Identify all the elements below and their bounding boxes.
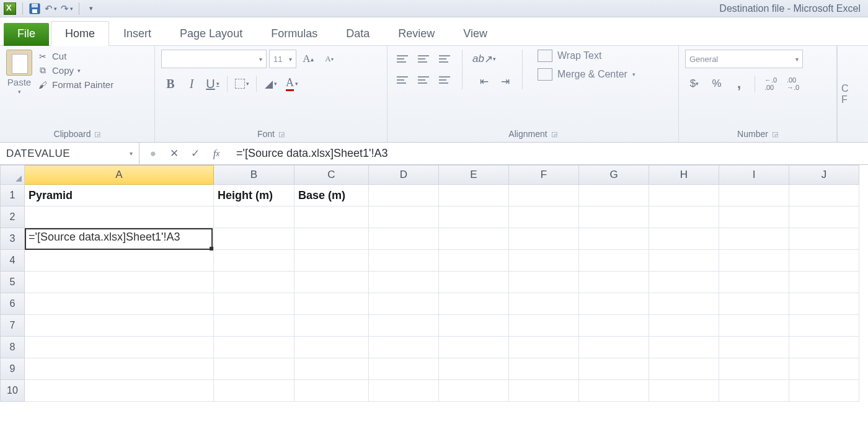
cell-H9[interactable] (649, 358, 719, 380)
active-cell-editor[interactable]: ='[Source data.xlsx]Sheet1'!A3 (25, 228, 213, 250)
cell-C9[interactable] (294, 358, 369, 380)
cell-E9[interactable] (439, 358, 509, 380)
cell-C7[interactable] (294, 315, 369, 337)
cell-E4[interactable] (439, 250, 509, 272)
cell-D1[interactable] (369, 185, 439, 206)
cell-I4[interactable] (719, 250, 789, 272)
cell-A9[interactable] (25, 358, 214, 380)
cell-I7[interactable] (719, 315, 789, 337)
cell-H7[interactable] (649, 315, 719, 337)
col-header-C[interactable]: C (294, 165, 369, 185)
cell-J4[interactable] (789, 250, 859, 272)
col-header-I[interactable]: I (719, 165, 789, 185)
cell-H2[interactable] (649, 206, 719, 228)
font-size-combo[interactable]: 11▾ (269, 50, 296, 68)
cell-I9[interactable] (719, 358, 789, 380)
cell-D7[interactable] (369, 315, 439, 337)
cell-A2[interactable] (25, 206, 214, 228)
cell-G8[interactable] (579, 337, 649, 358)
cell-D2[interactable] (369, 206, 439, 228)
cell-E7[interactable] (439, 315, 509, 337)
align-middle-icon[interactable] (415, 50, 433, 68)
merge-center-button[interactable]: Merge & Center ▾ (538, 68, 636, 81)
underline-button[interactable]: U▾ (203, 74, 222, 93)
cell-G3[interactable] (579, 228, 649, 250)
cell-H6[interactable] (649, 293, 719, 315)
cell-D6[interactable] (369, 293, 439, 315)
bold-button[interactable]: B (161, 74, 180, 93)
cell-B6[interactable] (214, 293, 294, 315)
copy-button[interactable]: ⧉Copy ▾ (37, 65, 113, 76)
cell-F9[interactable] (509, 358, 579, 380)
comma-format-icon[interactable]: , (730, 74, 748, 93)
enter-formula-icon[interactable]: ✓ (185, 144, 205, 163)
tab-view[interactable]: View (449, 21, 502, 46)
align-right-icon[interactable] (436, 71, 454, 89)
col-header-E[interactable]: E (439, 165, 509, 185)
select-all-corner[interactable] (0, 165, 25, 185)
increase-indent-icon[interactable]: ⇥ (496, 72, 515, 91)
cell-B3[interactable] (214, 228, 294, 250)
row-header-10[interactable]: 10 (0, 380, 25, 402)
cell-E8[interactable] (439, 337, 509, 358)
cell-A10[interactable] (25, 380, 214, 402)
cell-F7[interactable] (509, 315, 579, 337)
row-header-2[interactable]: 2 (0, 206, 25, 228)
row-header-3[interactable]: 3 (0, 228, 25, 250)
cut-button[interactable]: ✂Cut (37, 51, 113, 61)
cell-H8[interactable] (649, 337, 719, 358)
cell-C3[interactable] (294, 228, 369, 250)
cell-A1[interactable]: Pyramid (25, 185, 214, 206)
cell-J10[interactable] (789, 380, 859, 402)
cell-D3[interactable] (369, 228, 439, 250)
cell-C2[interactable] (294, 206, 369, 228)
row-header-5[interactable]: 5 (0, 272, 25, 293)
redo-icon[interactable]: ↷▾ (59, 1, 75, 16)
cell-F10[interactable] (509, 380, 579, 402)
tab-formulas[interactable]: Formulas (257, 21, 332, 46)
cell-A6[interactable] (25, 293, 214, 315)
col-header-D[interactable]: D (369, 165, 439, 185)
col-header-A[interactable]: A (25, 165, 214, 185)
font-color-button[interactable]: A▾ (283, 74, 301, 93)
insert-function-icon[interactable]: fx (206, 144, 226, 163)
cell-E6[interactable] (439, 293, 509, 315)
format-painter-button[interactable]: 🖌Format Painter (37, 79, 113, 90)
cell-H3[interactable] (649, 228, 719, 250)
font-launcher-icon[interactable]: ◲ (278, 130, 285, 138)
cell-G9[interactable] (579, 358, 649, 380)
fill-color-button[interactable]: ◢▾ (262, 74, 280, 93)
cell-D4[interactable] (369, 250, 439, 272)
cell-F6[interactable] (509, 293, 579, 315)
cancel-formula-icon[interactable]: ✕ (164, 144, 184, 163)
save-icon[interactable] (27, 1, 43, 16)
italic-button[interactable]: I (182, 74, 201, 93)
borders-button[interactable]: ▾ (232, 74, 251, 93)
cell-B2[interactable] (214, 206, 294, 228)
clipboard-launcher-icon[interactable]: ◲ (94, 130, 100, 138)
cell-B9[interactable] (214, 358, 294, 380)
customize-qat-icon[interactable]: ▾ (83, 1, 99, 16)
cell-G10[interactable] (579, 380, 649, 402)
cell-B8[interactable] (214, 337, 294, 358)
cell-B4[interactable] (214, 250, 294, 272)
tab-data[interactable]: Data (332, 21, 384, 46)
col-header-B[interactable]: B (214, 165, 294, 185)
shrink-font-icon[interactable]: A▾ (320, 50, 339, 68)
file-tab[interactable]: File (4, 23, 49, 46)
decrease-indent-icon[interactable]: ⇤ (475, 72, 494, 91)
paste-button[interactable]: Paste ▾ (6, 50, 32, 127)
row-header-9[interactable]: 9 (0, 358, 25, 380)
orientation-button[interactable]: ab↗▾ (475, 50, 494, 68)
number-launcher-icon[interactable]: ◲ (772, 130, 778, 138)
cell-J7[interactable] (789, 315, 859, 337)
col-header-H[interactable]: H (649, 165, 719, 185)
cell-A4[interactable] (25, 250, 214, 272)
cell-G6[interactable] (579, 293, 649, 315)
row-header-4[interactable]: 4 (0, 250, 25, 272)
cell-I10[interactable] (719, 380, 789, 402)
cell-C6[interactable] (294, 293, 369, 315)
cell-H4[interactable] (649, 250, 719, 272)
cell-A8[interactable] (25, 337, 214, 358)
undo-icon[interactable]: ↶▾ (43, 1, 59, 16)
